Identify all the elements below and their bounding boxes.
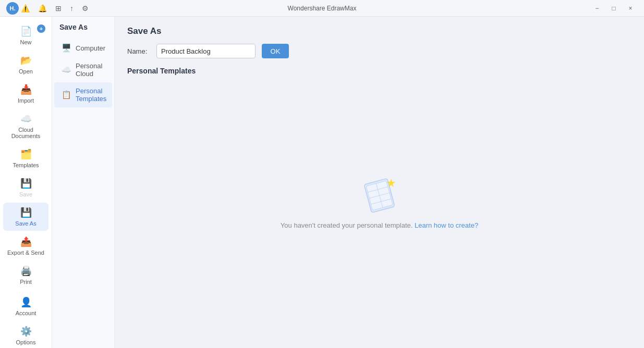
- sidebar-label-cloud: Cloud Documents: [5, 127, 46, 139]
- maximize-button[interactable]: □: [606, 3, 621, 14]
- new-icon: 📄: [20, 26, 32, 37]
- panel-item-computer[interactable]: 🖥️ Computer: [54, 39, 112, 57]
- sidebar-item-account[interactable]: 👤 Account: [3, 292, 48, 320]
- help-icon[interactable]: ⚠️: [19, 3, 32, 14]
- ok-button[interactable]: OK: [262, 44, 289, 58]
- export-icon: 📤: [20, 236, 32, 247]
- save-as-title: Save As: [115, 17, 644, 44]
- sidebar-label-options: Options: [16, 339, 36, 345]
- title-bar-icons: ⚠️ 🔔 ⊞ ↑ ⚙: [19, 3, 91, 14]
- personal-templates-icon: 📋: [62, 90, 71, 100]
- share-icon[interactable]: ↑: [68, 3, 76, 14]
- new-plus-icon: +: [37, 24, 45, 33]
- print-icon: 🖨️: [20, 265, 32, 277]
- section-title: Personal Templates: [115, 67, 644, 83]
- sidebar-item-save: 💾 Save: [3, 173, 48, 202]
- empty-illustration: [359, 171, 400, 213]
- import-icon: 📥: [20, 84, 32, 95]
- cloud-icon: ☁️: [20, 113, 32, 125]
- sidebar-bottom: 👤 Account ⚙️ Options: [0, 290, 52, 348]
- sidebar-item-new[interactable]: 📄 New +: [3, 21, 48, 49]
- sidebar-label-account: Account: [16, 310, 37, 316]
- panel-label-personal-cloud: Personal Cloud: [76, 62, 105, 78]
- sidebar-item-open[interactable]: 📂 Open: [3, 51, 48, 79]
- open-icon: 📂: [20, 55, 32, 66]
- sidebar-item-import[interactable]: 📥 Import: [3, 80, 48, 108]
- settings-icon[interactable]: ⚙: [80, 3, 91, 14]
- sidebar-label-import: Import: [18, 97, 34, 104]
- sidebar-item-saveas[interactable]: 💾 Save As: [3, 203, 48, 231]
- notification-icon[interactable]: 🔔: [36, 3, 49, 14]
- sidebar-label-new: New: [20, 39, 31, 45]
- empty-state: You haven't created your personal templa…: [115, 83, 644, 348]
- sidebar-item-cloud[interactable]: ☁️ Cloud Documents: [3, 109, 48, 143]
- sidebar-label-export: Export & Send: [7, 250, 44, 256]
- sidebar-label-print: Print: [20, 279, 32, 285]
- sidebar-item-print[interactable]: 🖨️ Print: [3, 261, 48, 289]
- minimize-button[interactable]: −: [590, 3, 604, 14]
- save-icon: 💾: [20, 178, 32, 189]
- app-title: Wondershare EdrawMax: [288, 5, 357, 12]
- sidebar-label-open: Open: [19, 68, 33, 74]
- empty-message: You haven't created your personal templa…: [281, 221, 478, 229]
- sidebar: 📄 New + 📂 Open 📥 Import ☁️ Cloud Documen…: [0, 17, 52, 348]
- learn-how-link[interactable]: Learn how to create?: [415, 221, 478, 229]
- panel-header: Save As: [52, 23, 114, 39]
- sidebar-item-options[interactable]: ⚙️ Options: [3, 321, 48, 348]
- name-input[interactable]: [156, 44, 256, 58]
- avatar: H.: [6, 2, 19, 15]
- sidebar-item-export[interactable]: 📤 Export & Send: [3, 232, 48, 260]
- title-bar: H. Wondershare EdrawMax ⚠️ 🔔 ⊞ ↑ ⚙ − □ ×: [0, 0, 644, 17]
- layout-icon[interactable]: ⊞: [53, 3, 64, 14]
- templates-icon: 🗂️: [20, 148, 32, 160]
- name-label: Name:: [127, 47, 150, 55]
- window-controls: − □ ×: [590, 3, 638, 14]
- panel-label-personal-templates: Personal Templates: [76, 87, 106, 103]
- saveas-icon: 💾: [20, 207, 32, 218]
- app-body: 📄 New + 📂 Open 📥 Import ☁️ Cloud Documen…: [0, 17, 644, 348]
- sidebar-label-templates: Templates: [13, 162, 39, 168]
- panel-item-personal-templates[interactable]: 📋 Personal Templates: [54, 82, 112, 107]
- sidebar-label-saveas: Save As: [15, 220, 36, 227]
- panel-label-computer: Computer: [76, 44, 105, 52]
- sidebar-label-save: Save: [19, 191, 32, 197]
- personal-cloud-icon: ☁️: [62, 65, 71, 74]
- computer-icon: 🖥️: [62, 43, 71, 53]
- close-button[interactable]: ×: [623, 3, 638, 14]
- options-icon: ⚙️: [20, 326, 32, 337]
- account-icon: 👤: [20, 296, 32, 308]
- mid-panel: Save As 🖥️ Computer ☁️ Personal Cloud 📋 …: [52, 17, 115, 348]
- name-row: Name: OK: [115, 44, 644, 67]
- main-content: Save As Name: OK Personal Templates: [115, 17, 644, 348]
- sidebar-item-templates[interactable]: 🗂️ Templates: [3, 144, 48, 172]
- panel-item-personal-cloud[interactable]: ☁️ Personal Cloud: [54, 57, 112, 82]
